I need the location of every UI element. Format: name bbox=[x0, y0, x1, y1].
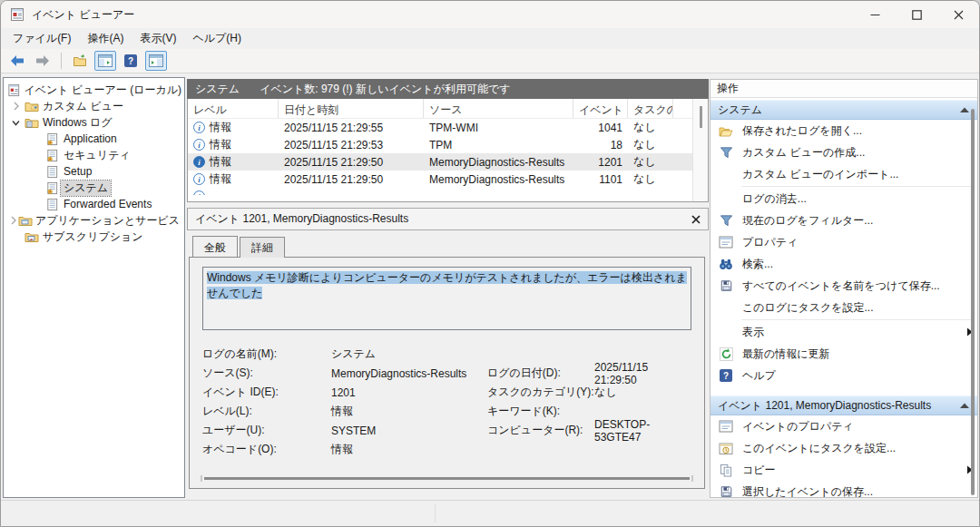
info-icon: i bbox=[193, 173, 205, 185]
column-header-source[interactable]: ソース bbox=[424, 99, 573, 118]
close-icon[interactable] bbox=[691, 215, 701, 224]
chevron-down-icon[interactable] bbox=[9, 118, 23, 128]
tree-item-label: Application bbox=[61, 132, 120, 145]
minimize-button[interactable] bbox=[854, 1, 896, 28]
menu-view[interactable]: 表示(V) bbox=[132, 28, 184, 49]
maximize-button[interactable] bbox=[896, 1, 937, 28]
forward-icon[interactable] bbox=[32, 51, 54, 71]
field-label: イベント ID(E): bbox=[202, 385, 331, 400]
event-list-header: レベル 日付と時刻 ソース イベント ... タスクの... bbox=[188, 99, 692, 119]
menu-file[interactable]: ファイル(F) bbox=[5, 28, 79, 49]
action-create-custom-view[interactable]: カスタム ビューの作成... bbox=[710, 142, 977, 163]
event-row[interactable]: i情報 2025/11/15 21:29:50 MemoryDiagnostic… bbox=[188, 171, 692, 188]
tab-general[interactable]: 全般 bbox=[192, 236, 238, 257]
event-row[interactable]: i情報 2025/11/15 21:29:55 TPM-WMI 1041 なし bbox=[188, 119, 692, 136]
column-header-task[interactable]: タスクの... bbox=[628, 99, 673, 118]
field-value: システム bbox=[331, 346, 487, 362]
general-tab-content: Windows メモリ診断によりコンピューターのメモリがテストされましたが、エラ… bbox=[189, 257, 705, 489]
actions-section-event-header[interactable]: イベント 1201, MemoryDiagnostics-Results bbox=[710, 395, 977, 415]
actions-section-system-header[interactable]: システム bbox=[710, 100, 977, 120]
event-row[interactable]: i情報 2025/11/15 21:29:53 TPM 18 なし bbox=[188, 136, 692, 153]
chevron-right-icon[interactable] bbox=[9, 101, 23, 112]
detail-header: イベント 1201, MemoryDiagnostics-Results bbox=[187, 208, 709, 230]
action-attach-task-to-log[interactable]: このログにタスクを設定... bbox=[710, 297, 977, 318]
help-icon[interactable]: ? bbox=[120, 51, 142, 71]
action-import-custom-view[interactable]: カスタム ビューのインポート... bbox=[710, 163, 977, 185]
field-value: SYSTEM bbox=[331, 425, 487, 437]
column-header-event-id[interactable]: イベント ... bbox=[573, 99, 628, 118]
action-filter-current-log[interactable]: 現在のログをフィルター... bbox=[710, 210, 977, 231]
open-folder-icon bbox=[718, 124, 734, 137]
column-header-datetime[interactable]: 日付と時刻 bbox=[279, 99, 424, 118]
app-icon bbox=[10, 7, 24, 22]
properties-icon bbox=[718, 236, 734, 249]
field-label: ログの日付(D): bbox=[487, 366, 594, 381]
action-help[interactable]: ? ヘルプ bbox=[710, 365, 977, 386]
tree-item-application[interactable]: Application bbox=[4, 131, 184, 147]
close-button[interactable] bbox=[937, 1, 979, 28]
action-clear-log[interactable]: ログの消去... bbox=[710, 188, 977, 210]
field-label: ユーザー(U): bbox=[202, 423, 331, 438]
funnel-icon bbox=[718, 146, 734, 159]
binoculars-icon bbox=[718, 258, 734, 270]
svg-text:?: ? bbox=[128, 56, 133, 66]
toolbar: ? bbox=[1, 49, 979, 73]
event-log-icon bbox=[44, 181, 61, 195]
tree-item-custom-views[interactable]: カスタム ビュー bbox=[4, 98, 184, 114]
tree-item-label: Windows ログ bbox=[40, 115, 115, 131]
tree-item-forwarded-events[interactable]: Forwarded Events bbox=[4, 196, 184, 212]
event-list-scrollbar[interactable] bbox=[692, 99, 708, 201]
detail-header-title: イベント 1201, MemoryDiagnostics-Results bbox=[195, 211, 691, 227]
action-refresh[interactable]: 最新の情報に更新 bbox=[710, 343, 977, 365]
console-tree: イベント ビューアー (ローカル) カスタム ビュー Windows ログ bbox=[3, 77, 185, 498]
action-attach-task-to-event[interactable]: このイベントにタスクを設定... bbox=[710, 437, 977, 459]
main-area: イベント ビューアー (ローカル) カスタム ビュー Windows ログ bbox=[1, 73, 979, 500]
detail-horizontal-scrollbar[interactable] bbox=[204, 477, 690, 480]
tree-item-security[interactable]: セキュリティ bbox=[4, 147, 184, 163]
actions-scrollbar[interactable] bbox=[971, 109, 975, 495]
detail-tabs: 全般 詳細 bbox=[192, 236, 709, 257]
info-icon: i bbox=[193, 122, 205, 133]
action-pane-icon[interactable] bbox=[145, 51, 167, 71]
event-description-text: Windows メモリ診断によりコンピューターのメモリがテストされましたが、エラ… bbox=[207, 271, 687, 299]
collapse-icon[interactable] bbox=[959, 402, 970, 409]
tree-item-label: Forwarded Events bbox=[61, 198, 154, 210]
open-saved-log-icon[interactable] bbox=[69, 51, 91, 71]
action-save-all-events-as[interactable]: すべてのイベントを名前をつけて保存... bbox=[710, 275, 977, 297]
event-row-partial[interactable]: i bbox=[188, 188, 692, 195]
action-save-selected-events[interactable]: 選択したイベントの保存... bbox=[710, 481, 977, 498]
console-tree-icon[interactable] bbox=[94, 51, 116, 71]
tree-item-label: サブスクリプション bbox=[40, 229, 146, 245]
field-label: レベル(L): bbox=[202, 404, 331, 419]
events-header: システム イベント数: 979 (!) 新しいイベントが利用可能です bbox=[187, 79, 709, 99]
folder-icon bbox=[23, 100, 40, 112]
action-event-properties[interactable]: イベントのプロパティ bbox=[710, 415, 977, 437]
funnel-icon bbox=[718, 214, 734, 227]
event-description-box[interactable]: Windows メモリ診断によりコンピューターのメモリがテストされましたが、エラ… bbox=[202, 267, 691, 330]
tab-details[interactable]: 詳細 bbox=[240, 237, 285, 258]
menu-help[interactable]: ヘルプ(H) bbox=[184, 28, 250, 49]
tree-item-apps-services-logs[interactable]: アプリケーションとサービス ログ bbox=[4, 212, 184, 229]
action-find[interactable]: 検索... bbox=[710, 253, 977, 275]
plain-log-icon bbox=[44, 198, 61, 211]
back-icon[interactable] bbox=[6, 51, 28, 71]
action-properties[interactable]: プロパティ bbox=[710, 231, 977, 253]
collapse-icon[interactable] bbox=[959, 106, 970, 113]
event-row-selected[interactable]: i情報 2025/11/15 21:29:50 MemoryDiagnostic… bbox=[188, 153, 692, 171]
menu-action[interactable]: 操作(A) bbox=[79, 28, 132, 49]
tree-item-windows-logs[interactable]: Windows ログ bbox=[4, 114, 184, 131]
tree-item-root[interactable]: イベント ビューアー (ローカル) bbox=[4, 82, 184, 98]
tree-item-system[interactable]: システム bbox=[4, 180, 184, 196]
event-log-icon bbox=[44, 132, 61, 146]
tree-item-label: イベント ビューアー (ローカル) bbox=[22, 83, 184, 98]
action-view-submenu[interactable]: 表示 bbox=[710, 321, 977, 343]
tree-item-setup[interactable]: Setup bbox=[4, 163, 184, 180]
action-copy[interactable]: コピー bbox=[710, 459, 977, 481]
copy-icon bbox=[718, 464, 734, 477]
column-header-level[interactable]: レベル bbox=[188, 99, 279, 118]
tree-item-subscriptions[interactable]: サブスクリプション bbox=[4, 229, 184, 245]
field-label: コンピューター(R): bbox=[487, 423, 594, 438]
tree-item-label: アプリケーションとサービス ログ bbox=[33, 213, 185, 229]
chevron-right-icon[interactable] bbox=[9, 215, 18, 226]
action-open-saved-log[interactable]: 保存されたログを開く... bbox=[710, 120, 977, 142]
